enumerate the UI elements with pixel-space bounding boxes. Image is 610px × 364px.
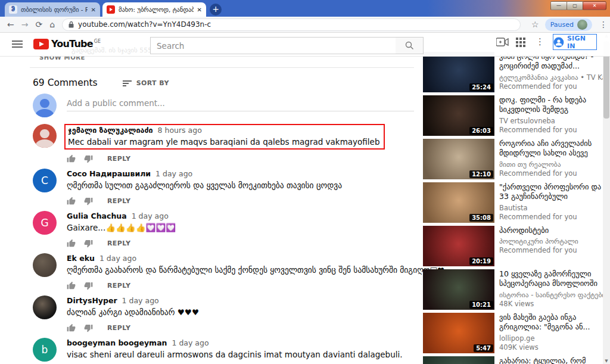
- window-controls: — ▢ ✕: [551, 1, 606, 10]
- recommended-video[interactable]: 26:03 დოკ. ფილმი - რა ხდება სიკვდილის შე…: [423, 95, 603, 136]
- comment-author[interactable]: ჯემალი ზალუკალიაძი: [68, 126, 153, 135]
- browser-tab-forum[interactable]: ჵ თბილისის ფორუმი - Powered b ✕: [5, 2, 100, 17]
- apps-grid-icon[interactable]: [516, 38, 525, 49]
- browser-menu-icon[interactable]: ⋮: [599, 20, 608, 29]
- video-channel[interactable]: lollipop.ge: [499, 334, 603, 343]
- dislike-button[interactable]: [84, 154, 93, 163]
- reply-button[interactable]: REPLY: [107, 282, 130, 290]
- hamburger-menu-icon[interactable]: [12, 41, 23, 48]
- scroll-down-icon[interactable]: ▼: [603, 359, 610, 363]
- comment-time[interactable]: 1 day ago: [172, 338, 208, 347]
- minimize-button[interactable]: —: [550, 1, 567, 10]
- search-button[interactable]: [396, 37, 424, 54]
- back-icon[interactable]: ←: [7, 20, 14, 29]
- video-channel[interactable]: ისტორია - საინტერესო ფაქტები: [499, 291, 603, 299]
- recommended-video[interactable]: 5:47 ვის მახეში გაება ინგა გრიგოლია: "მე…: [423, 313, 603, 353]
- comment-avatar[interactable]: b: [33, 338, 57, 362]
- comment-avatar[interactable]: C: [33, 169, 57, 192]
- dislike-button[interactable]: [84, 239, 93, 248]
- tab-close-icon[interactable]: ✕: [91, 7, 96, 13]
- close-button[interactable]: ✕: [583, 1, 606, 10]
- comment-composer: Add a public comment...: [33, 94, 414, 117]
- sync-paused-badge[interactable]: Paused: [545, 18, 592, 31]
- comment-time[interactable]: 1 day ago: [122, 296, 159, 305]
- comment-text: visac sheni areul dareuli armoswons da d…: [67, 350, 403, 359]
- like-button[interactable]: [67, 281, 76, 290]
- comment-time[interactable]: 8 hours ago: [158, 126, 202, 135]
- comment-author[interactable]: boogeyman boogeyman: [67, 338, 167, 347]
- comment-author[interactable]: Gulia Chachua: [67, 211, 127, 220]
- comments-header: 69 Comments SORT BY: [33, 77, 169, 88]
- comment-avatar[interactable]: G: [33, 211, 57, 235]
- dislike-button[interactable]: [84, 323, 93, 332]
- comment-avatar[interactable]: [33, 124, 57, 148]
- home-icon[interactable]: ⌂: [49, 20, 55, 29]
- comment-avatar[interactable]: [33, 253, 57, 277]
- sign-in-button[interactable]: SIGN IN: [553, 34, 597, 50]
- forward-icon[interactable]: →: [21, 20, 29, 29]
- recommended-video[interactable]: გახარია: ტყუილია, რომ: [423, 356, 603, 364]
- comment: b boogeyman boogeyman 1 day ago visac sh…: [33, 338, 414, 364]
- tab-close-icon[interactable]: ✕: [197, 7, 202, 13]
- comment-time[interactable]: 1 day ago: [132, 211, 169, 220]
- video-thumbnail[interactable]: 5:47: [423, 313, 494, 353]
- video-thumbnail[interactable]: [423, 356, 494, 364]
- recommended-video[interactable]: 10:21 10 ყველაზე გამორჩეული სპეცოპერაცია…: [423, 269, 603, 310]
- dislike-button[interactable]: [84, 197, 93, 206]
- browser-tab-youtube[interactable]: მახო: უბრალოდ, ტანდაბალი გა ✕: [102, 2, 206, 17]
- video-channel[interactable]: ტელეკომპანია კავკასია • TV Kav...: [499, 73, 603, 82]
- maximize-button[interactable]: ▢: [567, 1, 583, 10]
- search-input[interactable]: Search: [150, 37, 396, 54]
- comment-author[interactable]: DirtysHyper: [67, 296, 117, 305]
- reply-button[interactable]: REPLY: [107, 197, 130, 205]
- page-scrollbar[interactable]: ▲ ▼: [603, 33, 610, 364]
- comment: ჯემალი ზალუკალიაძი 8 hours ago Mec dabal…: [33, 124, 414, 163]
- url-text[interactable]: youtube.com/watch?v=YnY4D493n-c: [78, 20, 211, 29]
- video-thumbnail[interactable]: 25:24: [423, 52, 494, 92]
- like-button[interactable]: [67, 154, 76, 163]
- sort-by-button[interactable]: SORT BY: [136, 79, 169, 87]
- video-thumbnail[interactable]: 35:08: [423, 182, 494, 223]
- video-channel[interactable]: TV ertsulovneba: [499, 117, 603, 125]
- video-title[interactable]: პაროდისტები: [499, 226, 578, 235]
- video-title[interactable]: ვის მახეში გაება ინგა გრიგოლია: "მეგონა …: [499, 313, 603, 332]
- address-bar[interactable]: youtube.com/watch?v=YnY4D493n-c: [62, 18, 521, 31]
- bookmark-star-icon[interactable]: ☆: [531, 20, 539, 29]
- video-thumbnail[interactable]: 12:10: [423, 139, 494, 179]
- composer-avatar: [33, 94, 57, 117]
- video-title[interactable]: "ქართველი პროფესორი და 33 გაუჩინარებული …: [499, 182, 603, 202]
- video-thumbnail[interactable]: 20:19: [423, 226, 494, 266]
- reply-button[interactable]: REPLY: [107, 324, 130, 332]
- recommended-video[interactable]: 12:10 როგორია აჩი არველაძის მდიდრული სახ…: [423, 139, 603, 179]
- video-title[interactable]: დოკ. ფილმი - რა ხდება სიკვდილის შემდეგ: [499, 95, 603, 115]
- new-tab-button[interactable]: +: [210, 4, 222, 15]
- like-button[interactable]: [67, 239, 76, 248]
- recommended-video[interactable]: 35:08 "ქართველი პროფესორი და 33 გაუჩინარ…: [423, 182, 603, 223]
- comment-time[interactable]: 1 day ago: [99, 254, 136, 263]
- comment-input[interactable]: Add a public comment...: [67, 94, 414, 111]
- reply-button[interactable]: REPLY: [107, 239, 130, 247]
- recommended-video[interactable]: 20:19 პაროდისტები პოლიტიკური პორტალი Rec…: [423, 226, 603, 266]
- refresh-icon[interactable]: ⟳: [35, 20, 42, 29]
- youtube-logo[interactable]: YouTube GE: [33, 39, 101, 49]
- video-title[interactable]: როგორია აჩი არველაძის მდიდრული სახლი ასე…: [499, 139, 603, 158]
- comment-author[interactable]: Сосо Надирашвили: [67, 169, 151, 178]
- video-title[interactable]: 10 ყველაზე გამორჩეული სპეცოპერაცია მსოფლ…: [499, 269, 603, 289]
- video-channel[interactable]: პოლიტიკური პორტალი: [499, 237, 578, 245]
- video-title[interactable]: გახარია: ტყუილია, რომ: [499, 356, 586, 364]
- like-button[interactable]: [67, 197, 76, 206]
- upload-video-icon[interactable]: [496, 38, 509, 49]
- video-channel[interactable]: მითი თუ რეალობა: [499, 160, 603, 169]
- video-channel[interactable]: Bautista: [499, 204, 603, 212]
- dislike-button[interactable]: [84, 281, 93, 290]
- comment-avatar[interactable]: [33, 295, 57, 319]
- comment-author[interactable]: Ek eku: [67, 254, 95, 263]
- comment-time[interactable]: 1 day ago: [155, 169, 192, 178]
- reply-button[interactable]: REPLY: [107, 155, 130, 163]
- recommended-video[interactable]: 25:24 ვისი ცოლი იყო თემიდა? - გოცირიძემ …: [423, 52, 603, 92]
- like-button[interactable]: [67, 323, 76, 332]
- sort-icon[interactable]: [123, 80, 132, 86]
- masthead-menu-icon[interactable]: ⋮: [536, 36, 544, 47]
- video-thumbnail[interactable]: 26:03: [423, 95, 494, 136]
- video-thumbnail[interactable]: 10:21: [423, 269, 494, 310]
